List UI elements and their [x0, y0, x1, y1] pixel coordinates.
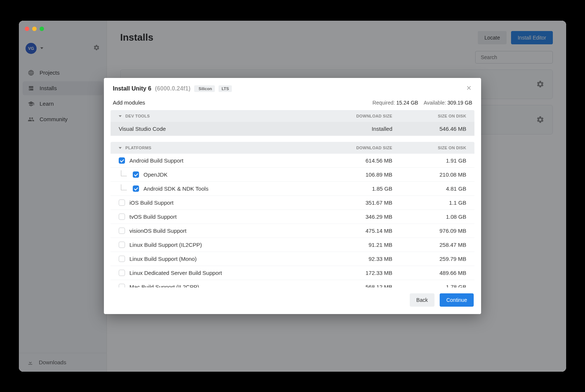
- module-name: Android Build Support: [129, 157, 183, 164]
- close-window-button[interactable]: [25, 27, 29, 31]
- disk-summary: Required: 15.24 GB Available: 309.19 GB: [372, 100, 472, 106]
- disk-size: 259.79 MB: [392, 256, 466, 262]
- module-checkbox[interactable]: [119, 270, 125, 276]
- continue-button[interactable]: Continue: [440, 293, 474, 307]
- module-name: OpenJDK: [143, 171, 168, 178]
- window-controls: [25, 27, 44, 31]
- module-name: Linux Dedicated Server Build Support: [129, 270, 222, 276]
- caret-down-icon: [119, 115, 122, 117]
- section-header-devtools[interactable]: DEV TOOLS DOWNLOAD SIZE SIZE ON DISK: [111, 110, 474, 122]
- module-name: visionOS Build Support: [129, 228, 186, 234]
- tree-line-icon: [121, 184, 127, 190]
- close-button[interactable]: [466, 85, 472, 93]
- modal-header: Install Unity 6 (6000.0.24f1) Silicon LT…: [104, 78, 481, 96]
- download-size: 106.89 MB: [318, 171, 392, 178]
- download-size: 568.12 MB: [318, 284, 392, 287]
- close-icon: [466, 85, 472, 91]
- modal-title-wrap: Install Unity 6 (6000.0.24f1) Silicon LT…: [113, 85, 232, 92]
- module-row[interactable]: OpenJDK106.89 MB210.08 MB: [111, 168, 474, 182]
- module-row[interactable]: Android SDK & NDK Tools1.85 GB4.81 GB: [111, 182, 474, 196]
- module-row[interactable]: Mac Build Support (IL2CPP)568.12 MB1.78 …: [111, 280, 474, 287]
- modal-subheader: Add modules Required: 15.24 GB Available…: [104, 96, 481, 110]
- arch-badge: Silicon: [194, 85, 215, 92]
- maximize-window-button[interactable]: [40, 27, 44, 31]
- module-name: Linux Build Support (Mono): [129, 256, 197, 262]
- modules-list[interactable]: DEV TOOLS DOWNLOAD SIZE SIZE ON DISK Vis…: [104, 110, 481, 287]
- disk-size: 1.78 GB: [392, 284, 466, 287]
- download-size: 351.67 MB: [318, 200, 392, 206]
- modal-footer: Back Continue: [104, 287, 481, 314]
- download-size: 91.21 MB: [318, 242, 392, 248]
- download-size: 172.33 MB: [318, 270, 392, 276]
- tree-line-icon: [121, 170, 127, 176]
- disk-size: 1.08 GB: [392, 214, 466, 220]
- module-checkbox[interactable]: [119, 228, 125, 234]
- module-row[interactable]: Linux Build Support (Mono)92.33 MB259.79…: [111, 252, 474, 266]
- module-checkbox[interactable]: [133, 171, 139, 178]
- module-row[interactable]: Linux Dedicated Server Build Support172.…: [111, 266, 474, 280]
- modal-overlay: Install Unity 6 (6000.0.24f1) Silicon LT…: [19, 21, 566, 372]
- section-header-platforms[interactable]: PLATFORMS DOWNLOAD SIZE SIZE ON DISK: [111, 142, 474, 154]
- module-checkbox[interactable]: [133, 185, 139, 192]
- disk-size: 1.91 GB: [392, 157, 466, 164]
- module-checkbox[interactable]: [119, 157, 125, 164]
- add-modules-label: Add modules: [113, 99, 145, 106]
- disk-size: 258.47 MB: [392, 242, 466, 248]
- back-button[interactable]: Back: [410, 293, 434, 307]
- module-row[interactable]: iOS Build Support351.67 MB1.1 GB: [111, 196, 474, 210]
- modal-title: Install Unity 6: [113, 85, 151, 92]
- disk-size: 976.09 MB: [392, 228, 466, 234]
- module-checkbox[interactable]: [119, 200, 125, 206]
- module-row[interactable]: Linux Build Support (IL2CPP)91.21 MB258.…: [111, 238, 474, 252]
- download-size: 346.29 MB: [318, 214, 392, 220]
- module-row[interactable]: visionOS Build Support475.14 MB976.09 MB: [111, 224, 474, 238]
- module-checkbox[interactable]: [119, 284, 125, 287]
- disk-size: 1.1 GB: [392, 200, 466, 206]
- disk-size: 489.66 MB: [392, 270, 466, 276]
- module-row-vscode: Visual Studio Code Installed 546.46 MB: [111, 122, 474, 136]
- module-row[interactable]: Android Build Support614.56 MB1.91 GB: [111, 154, 474, 168]
- caret-down-icon: [119, 147, 122, 149]
- module-checkbox[interactable]: [119, 214, 125, 220]
- module-name: tvOS Build Support: [129, 214, 177, 220]
- module-name: iOS Build Support: [129, 200, 173, 206]
- module-name: Mac Build Support (IL2CPP): [129, 284, 199, 287]
- disk-size: 4.81 GB: [392, 185, 466, 192]
- minimize-window-button[interactable]: [32, 27, 37, 31]
- download-size: 475.14 MB: [318, 228, 392, 234]
- module-checkbox[interactable]: [119, 256, 125, 262]
- lts-badge: LTS: [219, 85, 232, 92]
- download-size: 614.56 MB: [318, 157, 392, 164]
- app-window: VG Projects Installs Learn Commun: [19, 21, 566, 372]
- download-size: 1.85 GB: [318, 185, 392, 192]
- modal-version: (6000.0.24f1): [155, 85, 190, 92]
- download-size: 92.33 MB: [318, 256, 392, 262]
- install-modules-modal: Install Unity 6 (6000.0.24f1) Silicon LT…: [104, 78, 481, 314]
- disk-size: 210.08 MB: [392, 171, 466, 178]
- module-checkbox[interactable]: [119, 242, 125, 248]
- module-name: Android SDK & NDK Tools: [143, 185, 209, 192]
- module-row[interactable]: tvOS Build Support346.29 MB1.08 GB: [111, 210, 474, 224]
- module-name: Linux Build Support (IL2CPP): [129, 242, 202, 248]
